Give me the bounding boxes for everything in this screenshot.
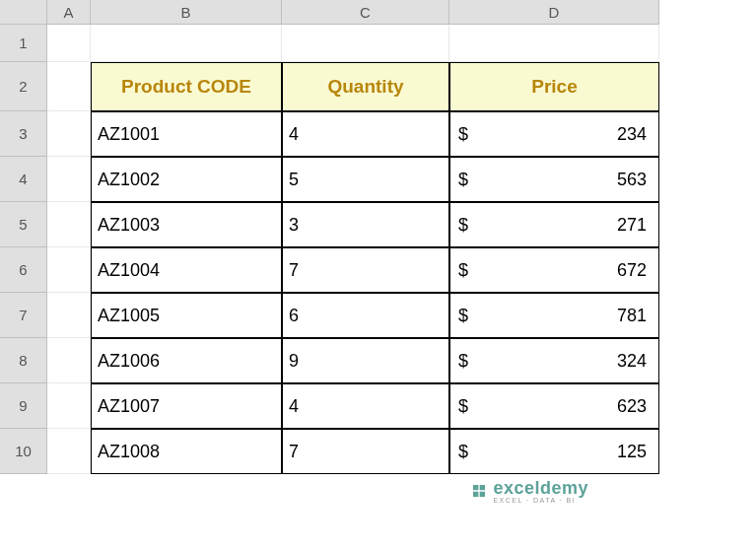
price-value: 563 (617, 170, 653, 190)
currency-symbol: $ (456, 170, 468, 190)
currency-symbol: $ (456, 215, 468, 236)
header-quantity[interactable]: Quantity (282, 62, 449, 111)
cell[interactable] (47, 293, 91, 338)
spreadsheet-grid: A B C D 1 2 Product CODE Quantity Price … (0, 0, 756, 474)
cell[interactable] (47, 202, 91, 247)
row-header-3[interactable]: 3 (0, 111, 47, 157)
table-cell[interactable]: 9 (282, 338, 449, 383)
select-all-corner[interactable] (0, 0, 47, 25)
table-cell[interactable]: $672 (449, 247, 659, 293)
table-cell[interactable]: AZ1007 (91, 383, 282, 429)
table-cell[interactable]: $563 (449, 157, 659, 202)
cell[interactable] (47, 62, 91, 111)
table-cell[interactable]: AZ1002 (91, 157, 282, 202)
cell[interactable] (47, 157, 91, 202)
row-header-4[interactable]: 4 (0, 157, 47, 202)
cell[interactable] (47, 429, 91, 474)
row-header-5[interactable]: 5 (0, 202, 47, 247)
table-cell[interactable]: 4 (282, 383, 449, 429)
column-header-b[interactable]: B (91, 0, 282, 25)
row-header-1[interactable]: 1 (0, 25, 47, 62)
table-cell[interactable]: 3 (282, 202, 449, 247)
price-value: 781 (617, 306, 653, 326)
table-cell[interactable]: AZ1005 (91, 293, 282, 338)
cell[interactable] (47, 338, 91, 383)
table-cell[interactable]: $125 (449, 429, 659, 474)
brand-name: exceldemy (493, 478, 588, 499)
table-cell[interactable]: 7 (282, 247, 449, 293)
cell[interactable] (47, 383, 91, 429)
table-cell[interactable]: AZ1003 (91, 202, 282, 247)
currency-symbol: $ (456, 260, 468, 281)
table-cell[interactable]: $234 (449, 111, 659, 157)
table-cell[interactable]: $623 (449, 383, 659, 429)
cell[interactable] (47, 111, 91, 157)
header-product-code[interactable]: Product CODE (91, 62, 282, 111)
header-price[interactable]: Price (449, 62, 659, 111)
table-cell[interactable]: $324 (449, 338, 659, 383)
price-value: 271 (617, 215, 653, 236)
cell[interactable] (47, 247, 91, 293)
table-cell[interactable]: AZ1004 (91, 247, 282, 293)
currency-symbol: $ (456, 396, 468, 417)
price-value: 125 (617, 442, 653, 462)
exceldemy-icon (471, 483, 487, 499)
cell[interactable] (47, 25, 91, 62)
table-cell[interactable]: AZ1006 (91, 338, 282, 383)
row-header-10[interactable]: 10 (0, 429, 47, 474)
currency-symbol: $ (456, 351, 468, 372)
cell[interactable] (91, 25, 282, 62)
price-value: 623 (617, 396, 653, 417)
column-header-c[interactable]: C (282, 0, 449, 25)
row-header-2[interactable]: 2 (0, 62, 47, 111)
brand-tagline: EXCEL · DATA · BI (493, 497, 588, 504)
table-cell[interactable]: 5 (282, 157, 449, 202)
currency-symbol: $ (456, 442, 468, 462)
table-cell[interactable]: $271 (449, 202, 659, 247)
currency-symbol: $ (456, 306, 468, 326)
price-value: 234 (617, 124, 653, 145)
table-cell[interactable]: AZ1001 (91, 111, 282, 157)
column-header-d[interactable]: D (449, 0, 659, 25)
table-cell[interactable]: 4 (282, 111, 449, 157)
cell[interactable] (282, 25, 449, 62)
row-header-8[interactable]: 8 (0, 338, 47, 383)
row-header-9[interactable]: 9 (0, 383, 47, 429)
currency-symbol: $ (456, 124, 468, 145)
table-cell[interactable]: 6 (282, 293, 449, 338)
cell[interactable] (449, 25, 659, 62)
table-cell[interactable]: 7 (282, 429, 449, 474)
brand-logo: exceldemy EXCEL · DATA · BI (471, 478, 588, 504)
price-value: 324 (617, 351, 653, 372)
price-value: 672 (617, 260, 653, 281)
row-header-6[interactable]: 6 (0, 247, 47, 293)
column-header-a[interactable]: A (47, 0, 91, 25)
table-cell[interactable]: $781 (449, 293, 659, 338)
table-cell[interactable]: AZ1008 (91, 429, 282, 474)
row-header-7[interactable]: 7 (0, 293, 47, 338)
